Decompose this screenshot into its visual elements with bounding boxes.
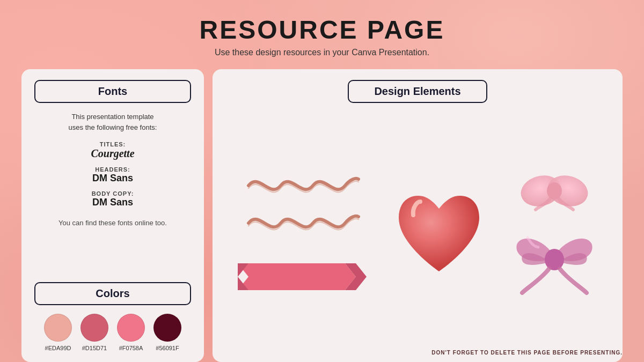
font-name-body: DM Sans <box>34 197 191 208</box>
ribbon-top <box>243 169 361 202</box>
banner-ribbon <box>238 255 367 298</box>
font-label-titles: TITLES: <box>34 141 191 147</box>
main-content: Fonts This presentation templateuses the… <box>21 69 623 362</box>
swatch-1: #EDA99D <box>44 314 72 351</box>
design-elements-header-box: Design Elements <box>348 80 487 103</box>
bow-elements <box>511 167 597 301</box>
font-entry-body: BODY COPY: DM Sans <box>34 190 191 208</box>
colors-label: Colors <box>96 287 129 299</box>
colors-section: Colors #EDA99D #D15D71 #F0758A <box>34 282 191 351</box>
design-elements-content <box>225 116 610 351</box>
bow-small <box>519 167 589 215</box>
heart-element <box>391 188 487 279</box>
swatch-3: #F0758A <box>117 314 145 351</box>
page-subtitle: Use these design resources in your Canva… <box>200 48 445 57</box>
fonts-description: This presentation templateuses the follo… <box>34 112 191 132</box>
font-label-body: BODY COPY: <box>34 190 191 197</box>
color-hex-4: #56091F <box>156 345 179 351</box>
font-name-headers: DM Sans <box>34 173 191 184</box>
font-entry-titles: TITLES: Courgette <box>34 141 191 160</box>
color-circle-1 <box>44 314 72 342</box>
color-hex-3: #F0758A <box>119 345 143 351</box>
font-label-headers: HEADERS: <box>34 166 191 173</box>
ribbon-elements <box>238 169 367 298</box>
design-elements-label: Design Elements <box>374 85 460 97</box>
swatch-4: #56091F <box>153 314 181 351</box>
page-header: RESOURCE PAGE Use these design resources… <box>200 0 445 57</box>
fonts-header-box: Fonts <box>34 80 191 103</box>
font-entry-headers: HEADERS: DM Sans <box>34 166 191 184</box>
color-circle-4 <box>153 314 181 342</box>
fonts-label: Fonts <box>98 85 127 97</box>
color-swatches: #EDA99D #D15D71 #F0758A #56091F <box>34 314 191 351</box>
swatch-2: #D15D71 <box>80 314 108 351</box>
color-circle-2 <box>80 314 108 342</box>
footer-note: DON'T FORGET TO DELETE THIS PAGE BEFORE … <box>431 350 623 356</box>
svg-marker-0 <box>238 263 356 290</box>
page-title: RESOURCE PAGE <box>200 15 445 45</box>
left-panel: Fonts This presentation templateuses the… <box>21 69 204 362</box>
right-panel: Design Elements <box>213 69 623 362</box>
colors-header-box: Colors <box>34 282 191 305</box>
font-name-courgette: Courgette <box>34 147 191 160</box>
fonts-note: You can find these fonts online too. <box>34 219 191 227</box>
heart-icon <box>391 188 487 279</box>
ribbon-bottom <box>243 207 361 239</box>
color-hex-2: #D15D71 <box>82 345 107 351</box>
bow-large <box>511 226 597 301</box>
color-circle-3 <box>117 314 145 342</box>
color-hex-1: #EDA99D <box>45 345 71 351</box>
design-elements-header: Design Elements <box>225 80 610 112</box>
svg-point-5 <box>547 182 562 200</box>
